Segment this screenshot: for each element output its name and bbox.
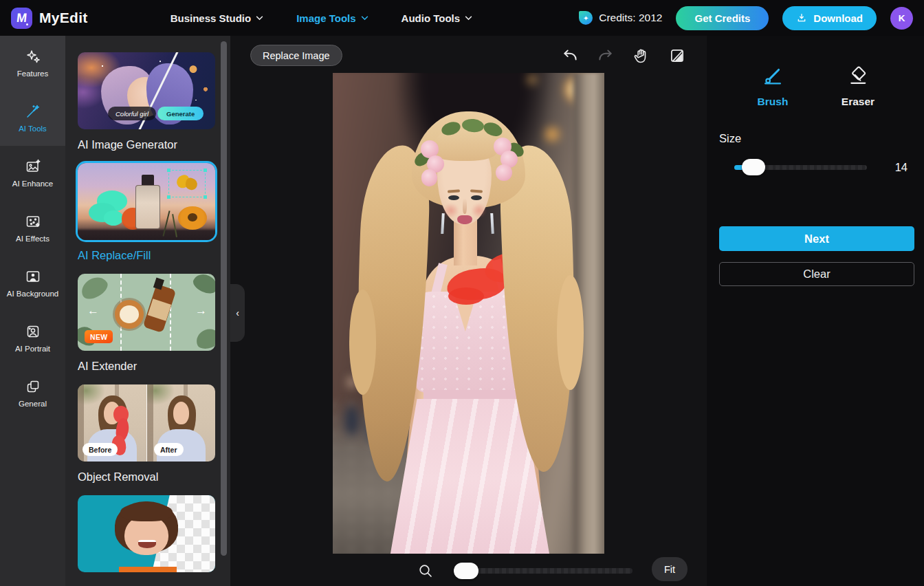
selection-box [168,170,206,197]
pan-hand-button[interactable] [632,46,650,65]
sidebar-item-ai-effects[interactable]: AI Effects [0,201,65,256]
ai-effects-icon [25,213,41,230]
extend-left-arrow: ← [87,305,99,316]
menu-audio-tools[interactable]: Audio Tools [402,12,473,24]
inspector-panel: Brush Eraser Size 14 Next Clear [707,36,924,586]
panel-scrollbar[interactable] [221,41,227,556]
nav-right: ✦ Credits: 2012 Get Credits Download K [579,6,913,30]
replace-image-button[interactable]: Replace Image [250,45,342,66]
new-badge: NEW [85,330,113,343]
zoom-slider-thumb[interactable] [454,563,478,579]
general-icon [25,378,41,395]
brush-icon [762,65,784,87]
sidebar-item-ai-enhance[interactable]: AI Enhance [0,146,65,201]
redo-icon [597,47,615,65]
panel-collapse-tab[interactable]: ‹ [230,284,245,342]
extend-right-arrow: → [195,305,207,316]
thumb-caption-pill: Colorful girl [108,107,156,120]
myedit-app: M MyEdit Business Studio Image Tools Aud… [0,0,924,586]
eraser-icon [847,65,869,87]
chevron-down-icon [465,16,472,21]
top-navbar: M MyEdit Business Studio Image Tools Aud… [0,0,924,36]
after-pill: After [154,443,184,456]
thumb-generate-pill: Generate [157,107,204,120]
clear-button[interactable]: Clear [719,262,914,286]
zoom-slider[interactable] [454,568,632,574]
size-slider[interactable] [734,165,867,170]
ai-portrait-icon [25,323,41,340]
credits-text: Credits: 2012 [599,12,662,24]
download-button[interactable]: Download [782,6,877,30]
credits-drop-icon: ✦ [579,11,593,25]
tool-label-ai-replace-fill[interactable]: AI Replace/Fill [78,249,218,262]
category-rail: Features AI Tools AI Enhance AI Effects … [0,36,65,586]
canvas-toolbar [560,46,686,65]
size-label: Size [719,132,741,145]
user-avatar[interactable]: K [890,7,913,30]
before-pill: Before [82,443,118,456]
ai-tools-icon [25,103,41,120]
tool-label-ai-extender[interactable]: AI Extender [78,360,218,373]
sidebar-item-ai-tools[interactable]: AI Tools [0,91,65,146]
tool-label-ai-image-generator[interactable]: AI Image Generator [78,138,218,151]
fit-button[interactable]: Fit [652,557,688,581]
sidebar-item-ai-background[interactable]: AI Background [0,256,65,311]
chevron-down-icon [361,16,368,21]
chevron-down-icon [256,16,263,21]
mask-tool-switch: Brush Eraser [707,65,924,108]
sidebar-item-general[interactable]: General [0,366,65,421]
size-value: 14 [895,161,908,174]
download-icon [796,12,807,23]
features-icon [25,48,41,65]
brand-logo[interactable]: M MyEdit [11,8,88,29]
menu-business-studio[interactable]: Business Studio [170,12,264,24]
compare-icon [668,47,686,65]
brush-tool-button[interactable]: Brush [749,65,797,108]
main-menus: Business Studio Image Tools Audio Tools [170,12,472,24]
menu-image-tools[interactable]: Image Tools [296,12,368,24]
tool-card-ai-image-generator[interactable]: Colorful girl Generate [78,52,215,129]
ai-enhance-icon [25,158,41,175]
brand-name: MyEdit [39,10,88,26]
canvas-image[interactable] [333,73,604,554]
credits-display: ✦ Credits: 2012 [579,11,662,25]
get-credits-button[interactable]: Get Credits [676,6,769,30]
zoom-magnifier-button[interactable] [417,563,434,579]
compare-original-button[interactable] [668,46,686,65]
tool-card-ai-replace-fill[interactable] [78,163,215,240]
workspace: Features AI Tools AI Enhance AI Effects … [0,36,924,586]
hand-icon [632,47,650,65]
collapse-chevron-icon: ‹ [236,307,239,318]
redo-button[interactable] [596,46,615,65]
tool-card-object-removal[interactable]: Before After [78,384,215,462]
next-button[interactable]: Next [719,226,914,251]
ai-background-icon [25,268,41,285]
tool-card-remove-background[interactable] [78,495,215,572]
logo-mark: M [11,8,32,29]
brush-mask-stroke [448,287,483,305]
sidebar-item-features[interactable]: Features [0,36,65,91]
editing-canvas-area: Replace Image [230,36,707,586]
undo-button[interactable] [560,46,579,65]
tool-card-ai-extender[interactable]: ← → NEW [78,274,215,351]
undo-icon [561,47,579,65]
tools-panel: Colorful girl Generate AI Image Generato… [65,36,230,586]
sidebar-item-ai-portrait[interactable]: AI Portrait [0,311,65,366]
magnifier-icon [417,563,434,579]
size-slider-thumb[interactable] [742,159,765,175]
tool-label-object-removal[interactable]: Object Removal [78,470,218,484]
eraser-tool-button[interactable]: Eraser [834,65,882,108]
